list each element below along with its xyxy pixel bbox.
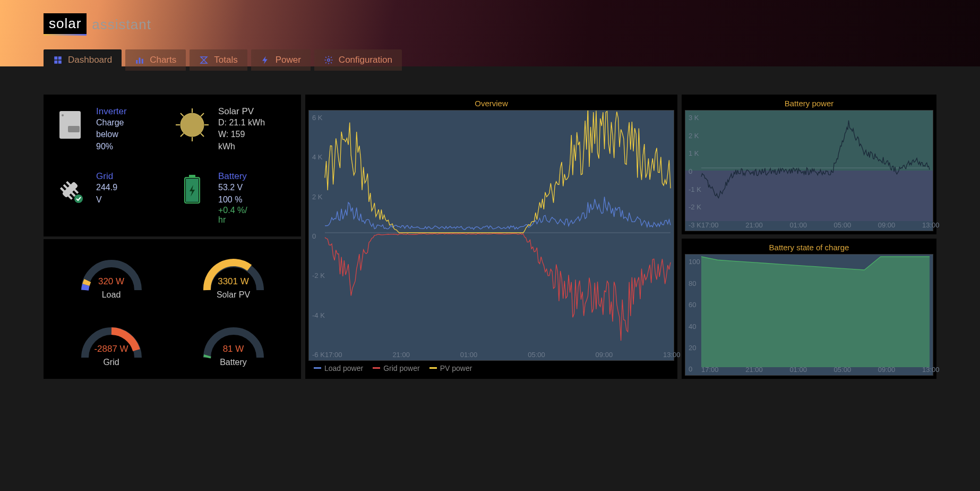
gauge-label: Load [102, 290, 121, 300]
tab-bar: Dashboard Charts Totals Power Configurat… [44, 49, 936, 71]
svg-point-9 [62, 114, 64, 116]
gauge-battery: 81 W Battery [174, 318, 293, 367]
tab-label: Totals [214, 55, 237, 65]
svg-line-18 [201, 113, 204, 116]
chart-title: Battery power [685, 98, 933, 110]
gauge-panel: 320 W Load 3301 W Solar PV -2887 W Grid … [44, 239, 301, 379]
svg-rect-6 [142, 59, 143, 64]
svg-line-19 [180, 133, 184, 137]
status-label: Solar PV [218, 106, 265, 117]
legend-pv: PV power [429, 364, 472, 373]
chart-overview: Overview 6 K4 K2 K0-2 K-4 K-6 K17:0021:0… [305, 95, 677, 379]
gauge-label: Solar PV [217, 290, 250, 300]
status-label: Inverter [96, 106, 127, 117]
logo-light: assistant [92, 16, 151, 33]
tab-power[interactable]: Power [251, 49, 311, 71]
svg-rect-2 [54, 61, 57, 64]
totals-icon [199, 55, 209, 65]
status-label: Grid [96, 171, 117, 182]
tab-charts[interactable]: Charts [125, 49, 186, 71]
svg-line-17 [201, 133, 204, 137]
svg-point-11 [180, 113, 204, 137]
status-inverter: Inverter Charge below 90% [51, 106, 171, 153]
chart-plot[interactable]: 3 K2 K1 K0-1 K-2 K-3 K17:0021:0001:0005:… [685, 110, 933, 231]
legend-grid: Grid power [373, 364, 419, 373]
tab-label: Configuration [339, 55, 392, 65]
logo-bold: solar [44, 13, 87, 36]
svg-rect-4 [136, 60, 137, 64]
tab-label: Dashboard [68, 55, 112, 65]
svg-rect-5 [139, 58, 141, 64]
chart-battery-soc: Battery state of charge 10080604020017:0… [682, 239, 936, 378]
status-grid: Grid 244.9 V [51, 171, 171, 225]
svg-rect-10 [68, 126, 80, 132]
power-icon [261, 55, 270, 65]
svg-point-24 [74, 194, 83, 203]
chart-plot[interactable]: 10080604020017:0021:0001:0005:0009:0013:… [685, 254, 933, 375]
status-battery: Battery 53.2 V 100 % +0.4 %/ hr [174, 171, 293, 225]
svg-rect-3 [58, 61, 62, 64]
gauge-value: 81 W [223, 344, 244, 354]
gauge-label: Grid [103, 358, 119, 367]
svg-point-7 [328, 59, 330, 62]
app-logo: solar assistant [44, 13, 151, 36]
tab-label: Power [276, 55, 301, 65]
svg-line-16 [180, 113, 184, 116]
gauge-load: 320 W Load [51, 251, 171, 300]
chart-battery-power: Battery power 3 K2 K1 K0-1 K-2 K-3 K17:0… [682, 95, 936, 234]
tab-label: Charts [150, 55, 176, 65]
svg-rect-0 [54, 56, 57, 60]
gauge-value: 320 W [98, 276, 124, 287]
chart-title: Overview [308, 98, 674, 110]
legend-load: Load power [314, 364, 363, 373]
gauge-label: Battery [220, 358, 247, 367]
dashboard-icon [53, 55, 63, 65]
gauge-value: -2887 W [94, 344, 128, 354]
chart-legend: Load power Grid power PV power [308, 361, 674, 376]
svg-rect-1 [58, 56, 62, 60]
gauge-value: 3301 W [218, 276, 249, 287]
charts-icon [135, 55, 144, 65]
status-solarpv: Solar PV D: 21.1 kWh W: 159 kWh [174, 106, 293, 153]
battery-icon [174, 171, 211, 208]
gauge-solar: 3301 W Solar PV [174, 251, 293, 300]
grid-icon [51, 171, 89, 208]
status-panel: Inverter Charge below 90% Solar PV D: 21… [44, 95, 301, 236]
chart-plot[interactable]: 6 K4 K2 K0-2 K-4 K-6 K17:0021:0001:0005:… [308, 110, 674, 361]
gauge-grid: -2887 W Grid [51, 318, 171, 367]
status-label: Battery [218, 171, 247, 182]
tab-totals[interactable]: Totals [190, 49, 247, 71]
chart-title: Battery state of charge [685, 242, 933, 254]
inverter-icon [51, 106, 89, 143]
sun-icon [174, 106, 211, 143]
gear-icon [324, 55, 333, 65]
tab-configuration[interactable]: Configuration [314, 49, 402, 71]
tab-dashboard[interactable]: Dashboard [44, 49, 122, 71]
